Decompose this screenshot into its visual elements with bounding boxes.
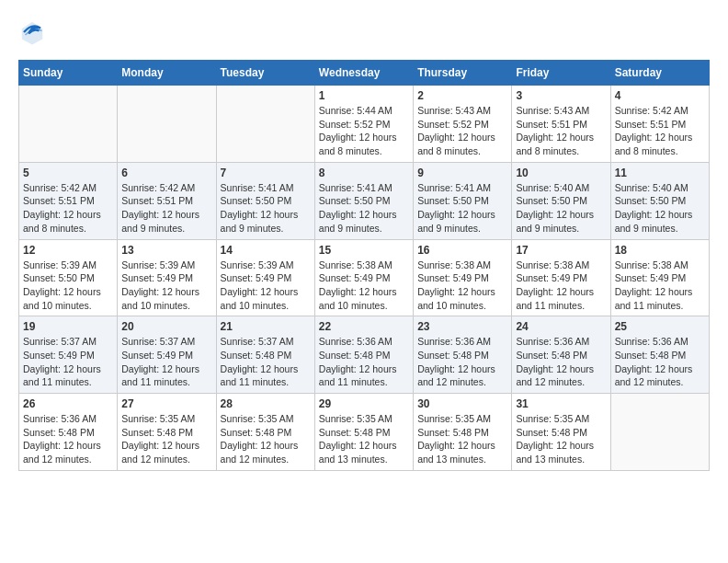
- day-cell: 7Sunrise: 5:41 AM Sunset: 5:50 PM Daylig…: [216, 162, 314, 239]
- day-info: Sunrise: 5:39 AM Sunset: 5:49 PM Dayligh…: [221, 259, 311, 313]
- day-info: Sunrise: 5:39 AM Sunset: 5:49 PM Dayligh…: [121, 259, 211, 313]
- weekday-header-monday: Monday: [118, 61, 216, 86]
- day-number: 15: [319, 244, 409, 257]
- day-cell: 28Sunrise: 5:35 AM Sunset: 5:48 PM Dayli…: [216, 394, 314, 471]
- day-number: 10: [516, 167, 606, 179]
- week-row-1: 5Sunrise: 5:42 AM Sunset: 5:51 PM Daylig…: [19, 162, 710, 239]
- day-cell: 10Sunrise: 5:40 AM Sunset: 5:50 PM Dayli…: [512, 162, 610, 239]
- day-cell: 11Sunrise: 5:40 AM Sunset: 5:50 PM Dayli…: [610, 162, 709, 239]
- day-number: 14: [221, 244, 311, 257]
- day-number: 16: [417, 244, 507, 257]
- day-cell: 22Sunrise: 5:36 AM Sunset: 5:48 PM Dayli…: [314, 316, 413, 394]
- day-number: 31: [516, 397, 606, 410]
- day-info: Sunrise: 5:38 AM Sunset: 5:49 PM Dayligh…: [516, 259, 606, 313]
- day-info: Sunrise: 5:35 AM Sunset: 5:48 PM Dayligh…: [221, 412, 311, 466]
- day-info: Sunrise: 5:36 AM Sunset: 5:48 PM Dayligh…: [23, 412, 113, 466]
- day-number: 27: [121, 397, 211, 410]
- day-cell: 4Sunrise: 5:42 AM Sunset: 5:51 PM Daylig…: [610, 86, 709, 163]
- logo: [18, 18, 50, 46]
- day-cell: 12Sunrise: 5:39 AM Sunset: 5:50 PM Dayli…: [19, 239, 118, 316]
- weekday-header-tuesday: Tuesday: [216, 61, 314, 86]
- day-cell: 30Sunrise: 5:35 AM Sunset: 5:48 PM Dayli…: [414, 394, 512, 471]
- day-number: 26: [23, 397, 113, 410]
- day-number: 24: [516, 320, 606, 333]
- day-info: Sunrise: 5:40 AM Sunset: 5:50 PM Dayligh…: [615, 181, 705, 236]
- day-info: Sunrise: 5:36 AM Sunset: 5:48 PM Dayligh…: [516, 335, 606, 389]
- day-info: Sunrise: 5:35 AM Sunset: 5:48 PM Dayligh…: [516, 412, 606, 466]
- calendar: SundayMondayTuesdayWednesdayThursdayFrid…: [18, 60, 710, 471]
- day-info: Sunrise: 5:35 AM Sunset: 5:48 PM Dayligh…: [319, 412, 409, 466]
- day-info: Sunrise: 5:35 AM Sunset: 5:48 PM Dayligh…: [417, 412, 507, 466]
- day-info: Sunrise: 5:36 AM Sunset: 5:48 PM Dayligh…: [615, 335, 705, 389]
- day-number: 30: [417, 397, 507, 410]
- logo-icon: [18, 18, 46, 46]
- weekday-header-saturday: Saturday: [610, 61, 709, 86]
- weekday-header-thursday: Thursday: [414, 61, 512, 86]
- day-cell: 16Sunrise: 5:38 AM Sunset: 5:49 PM Dayli…: [414, 239, 512, 316]
- week-row-2: 12Sunrise: 5:39 AM Sunset: 5:50 PM Dayli…: [19, 239, 710, 316]
- day-info: Sunrise: 5:38 AM Sunset: 5:49 PM Dayligh…: [615, 259, 705, 313]
- day-number: 4: [615, 89, 705, 102]
- day-info: Sunrise: 5:44 AM Sunset: 5:52 PM Dayligh…: [319, 104, 409, 158]
- day-number: 25: [615, 320, 705, 333]
- day-info: Sunrise: 5:42 AM Sunset: 5:51 PM Dayligh…: [615, 104, 705, 158]
- day-cell: 15Sunrise: 5:38 AM Sunset: 5:49 PM Dayli…: [314, 239, 413, 316]
- day-number: 29: [319, 397, 409, 410]
- day-number: 11: [615, 167, 705, 179]
- day-cell: [216, 86, 314, 163]
- day-cell: 1Sunrise: 5:44 AM Sunset: 5:52 PM Daylig…: [314, 86, 413, 163]
- day-cell: 31Sunrise: 5:35 AM Sunset: 5:48 PM Dayli…: [512, 394, 610, 471]
- day-info: Sunrise: 5:38 AM Sunset: 5:49 PM Dayligh…: [319, 259, 409, 313]
- day-cell: 26Sunrise: 5:36 AM Sunset: 5:48 PM Dayli…: [19, 394, 118, 471]
- day-number: 18: [615, 244, 705, 257]
- day-number: 6: [121, 167, 211, 179]
- day-cell: 25Sunrise: 5:36 AM Sunset: 5:48 PM Dayli…: [610, 316, 709, 394]
- day-cell: [19, 86, 118, 163]
- day-number: 21: [221, 320, 311, 333]
- day-number: 13: [121, 244, 211, 257]
- day-info: Sunrise: 5:41 AM Sunset: 5:50 PM Dayligh…: [417, 181, 507, 236]
- day-info: Sunrise: 5:38 AM Sunset: 5:49 PM Dayligh…: [417, 259, 507, 313]
- page-header: [18, 18, 710, 46]
- day-cell: [610, 394, 709, 471]
- day-cell: 17Sunrise: 5:38 AM Sunset: 5:49 PM Dayli…: [512, 239, 610, 316]
- day-info: Sunrise: 5:43 AM Sunset: 5:51 PM Dayligh…: [516, 104, 606, 158]
- day-cell: 13Sunrise: 5:39 AM Sunset: 5:49 PM Dayli…: [118, 239, 216, 316]
- day-info: Sunrise: 5:40 AM Sunset: 5:50 PM Dayligh…: [516, 181, 606, 236]
- week-row-4: 26Sunrise: 5:36 AM Sunset: 5:48 PM Dayli…: [19, 394, 710, 471]
- day-cell: 23Sunrise: 5:36 AM Sunset: 5:48 PM Dayli…: [414, 316, 512, 394]
- day-number: 9: [417, 167, 507, 179]
- day-info: Sunrise: 5:37 AM Sunset: 5:49 PM Dayligh…: [121, 335, 211, 389]
- weekday-header-wednesday: Wednesday: [314, 61, 413, 86]
- day-number: 1: [319, 89, 409, 102]
- day-info: Sunrise: 5:42 AM Sunset: 5:51 PM Dayligh…: [23, 181, 113, 236]
- day-number: 7: [221, 167, 311, 179]
- day-cell: 29Sunrise: 5:35 AM Sunset: 5:48 PM Dayli…: [314, 394, 413, 471]
- day-number: 5: [23, 167, 113, 179]
- day-info: Sunrise: 5:35 AM Sunset: 5:48 PM Dayligh…: [121, 412, 211, 466]
- day-cell: 21Sunrise: 5:37 AM Sunset: 5:48 PM Dayli…: [216, 316, 314, 394]
- day-info: Sunrise: 5:37 AM Sunset: 5:48 PM Dayligh…: [221, 335, 311, 389]
- day-cell: 6Sunrise: 5:42 AM Sunset: 5:51 PM Daylig…: [118, 162, 216, 239]
- day-number: 3: [516, 89, 606, 102]
- day-cell: 20Sunrise: 5:37 AM Sunset: 5:49 PM Dayli…: [118, 316, 216, 394]
- day-info: Sunrise: 5:43 AM Sunset: 5:52 PM Dayligh…: [417, 104, 507, 158]
- week-row-0: 1Sunrise: 5:44 AM Sunset: 5:52 PM Daylig…: [19, 86, 710, 163]
- day-number: 23: [417, 320, 507, 333]
- day-info: Sunrise: 5:37 AM Sunset: 5:49 PM Dayligh…: [23, 335, 113, 389]
- day-cell: 8Sunrise: 5:41 AM Sunset: 5:50 PM Daylig…: [314, 162, 413, 239]
- day-cell: 14Sunrise: 5:39 AM Sunset: 5:49 PM Dayli…: [216, 239, 314, 316]
- weekday-header-row: SundayMondayTuesdayWednesdayThursdayFrid…: [19, 61, 710, 86]
- day-info: Sunrise: 5:39 AM Sunset: 5:50 PM Dayligh…: [23, 259, 113, 313]
- week-row-3: 19Sunrise: 5:37 AM Sunset: 5:49 PM Dayli…: [19, 316, 710, 394]
- day-number: 22: [319, 320, 409, 333]
- day-info: Sunrise: 5:41 AM Sunset: 5:50 PM Dayligh…: [221, 181, 311, 236]
- day-info: Sunrise: 5:36 AM Sunset: 5:48 PM Dayligh…: [319, 335, 409, 389]
- day-cell: 3Sunrise: 5:43 AM Sunset: 5:51 PM Daylig…: [512, 86, 610, 163]
- day-cell: 2Sunrise: 5:43 AM Sunset: 5:52 PM Daylig…: [414, 86, 512, 163]
- day-number: 20: [121, 320, 211, 333]
- day-cell: 24Sunrise: 5:36 AM Sunset: 5:48 PM Dayli…: [512, 316, 610, 394]
- day-info: Sunrise: 5:36 AM Sunset: 5:48 PM Dayligh…: [417, 335, 507, 389]
- day-number: 8: [319, 167, 409, 179]
- day-info: Sunrise: 5:41 AM Sunset: 5:50 PM Dayligh…: [319, 181, 409, 236]
